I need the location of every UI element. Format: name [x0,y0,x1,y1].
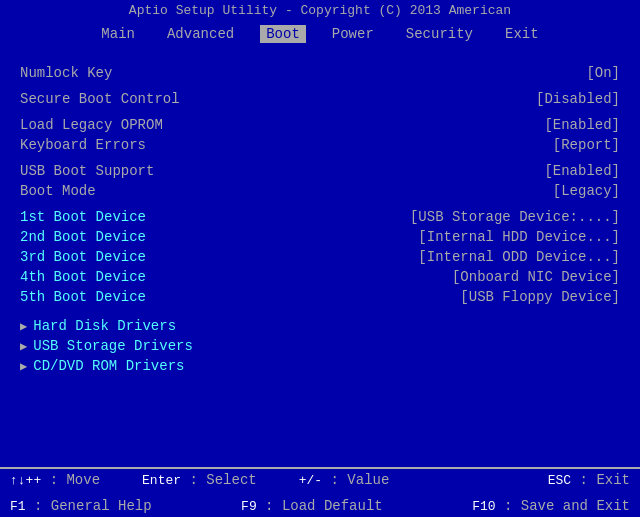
submenu-arrow-icon: ▶ [20,359,27,374]
move-label: : Move [50,472,100,488]
status-move: ↑↓++ : Move Enter : Select +/- : Value [10,472,389,488]
f10-label: : Save and Exit [504,498,630,514]
setting-row-boot4[interactable]: 4th Boot Device[Onboard NIC Device] [20,268,620,286]
title-text: Aptio Setup Utility - Copyright (C) 2013… [129,3,511,18]
esc-key: ESC [548,473,571,488]
help-bar: F1 : General Help F9 : Load Default F10 … [0,495,640,517]
setting-value-secure-boot: [Disabled] [536,91,620,107]
setting-label-boot-mode: Boot Mode [20,183,96,199]
submenu-label-cd-dvd-rom-drivers: CD/DVD ROM Drivers [33,358,184,374]
setting-row-keyboard-errors[interactable]: Keyboard Errors[Report] [20,136,620,154]
setting-value-load-legacy: [Enabled] [544,117,620,133]
setting-row-boot3[interactable]: 3rd Boot Device[Internal ODD Device...] [20,248,620,266]
setting-row-secure-boot[interactable]: Secure Boot Control[Disabled] [20,90,620,108]
setting-value-usb-boot: [Enabled] [544,163,620,179]
setting-value-boot2: [Internal HDD Device...] [418,229,620,245]
setting-label-boot2: 2nd Boot Device [20,229,146,245]
f9-key: F9 [241,499,257,514]
submenu-label-usb-storage-drivers: USB Storage Drivers [33,338,193,354]
enter-label: : Select [189,472,256,488]
setting-row-numlock-key[interactable]: Numlock Key[On] [20,64,620,82]
setting-row-boot-mode[interactable]: Boot Mode[Legacy] [20,182,620,200]
menu-item-main[interactable]: Main [95,25,141,43]
esc-label: : Exit [580,472,630,488]
submenu-arrow-icon: ▶ [20,339,27,354]
f1-label: : General Help [34,498,152,514]
menu-item-security[interactable]: Security [400,25,479,43]
menu-item-exit[interactable]: Exit [499,25,545,43]
setting-label-load-legacy: Load Legacy OPROM [20,117,163,133]
setting-row-load-legacy[interactable]: Load Legacy OPROM[Enabled] [20,116,620,134]
f9-label: : Load Default [265,498,383,514]
setting-value-keyboard-errors: [Report] [553,137,620,153]
value-key: +/- [299,473,322,488]
f10-help: F10 : Save and Exit [472,498,630,514]
setting-label-boot1: 1st Boot Device [20,209,146,225]
enter-key: Enter [142,473,181,488]
f9-help: F9 : Load Default [241,498,383,514]
setting-value-boot4: [Onboard NIC Device] [452,269,620,285]
setting-label-boot3: 3rd Boot Device [20,249,146,265]
setting-label-numlock-key: Numlock Key [20,65,112,81]
f10-key: F10 [472,499,495,514]
menu-bar: MainAdvancedBootPowerSecurityExit [0,21,640,47]
f1-key: F1 [10,499,26,514]
setting-value-boot1: [USB Storage Device:....] [410,209,620,225]
setting-label-secure-boot: Secure Boot Control [20,91,180,107]
status-bar: ↑↓++ : Move Enter : Select +/- : Value E… [0,467,640,491]
setting-value-boot3: [Internal ODD Device...] [418,249,620,265]
setting-label-boot4: 4th Boot Device [20,269,146,285]
status-esc: ESC : Exit [548,472,630,488]
move-key: ↑↓++ [10,473,41,488]
setting-value-boot-mode: [Legacy] [553,183,620,199]
submenu-item-usb-storage-drivers[interactable]: ▶USB Storage Drivers [20,338,620,354]
value-label: : Value [331,472,390,488]
submenu-label-hard-disk-drivers: Hard Disk Drivers [33,318,176,334]
setting-label-usb-boot: USB Boot Support [20,163,154,179]
submenu-arrow-icon: ▶ [20,319,27,334]
menu-item-advanced[interactable]: Advanced [161,25,240,43]
menu-item-power[interactable]: Power [326,25,380,43]
setting-label-boot5: 5th Boot Device [20,289,146,305]
f1-help: F1 : General Help [10,498,152,514]
setting-value-numlock-key: [On] [586,65,620,81]
main-content: Numlock Key[On]Secure Boot Control[Disab… [0,56,640,457]
menu-item-boot[interactable]: Boot [260,25,306,43]
setting-value-boot5: [USB Floppy Device] [460,289,620,305]
setting-row-boot1[interactable]: 1st Boot Device[USB Storage Device:....] [20,208,620,226]
submenu-item-hard-disk-drivers[interactable]: ▶Hard Disk Drivers [20,318,620,334]
setting-row-boot5[interactable]: 5th Boot Device[USB Floppy Device] [20,288,620,306]
setting-label-keyboard-errors: Keyboard Errors [20,137,146,153]
submenu-spacer [20,308,620,314]
setting-row-usb-boot[interactable]: USB Boot Support[Enabled] [20,162,620,180]
submenu-item-cd-dvd-rom-drivers[interactable]: ▶CD/DVD ROM Drivers [20,358,620,374]
title-bar: Aptio Setup Utility - Copyright (C) 2013… [0,0,640,21]
setting-row-boot2[interactable]: 2nd Boot Device[Internal HDD Device...] [20,228,620,246]
